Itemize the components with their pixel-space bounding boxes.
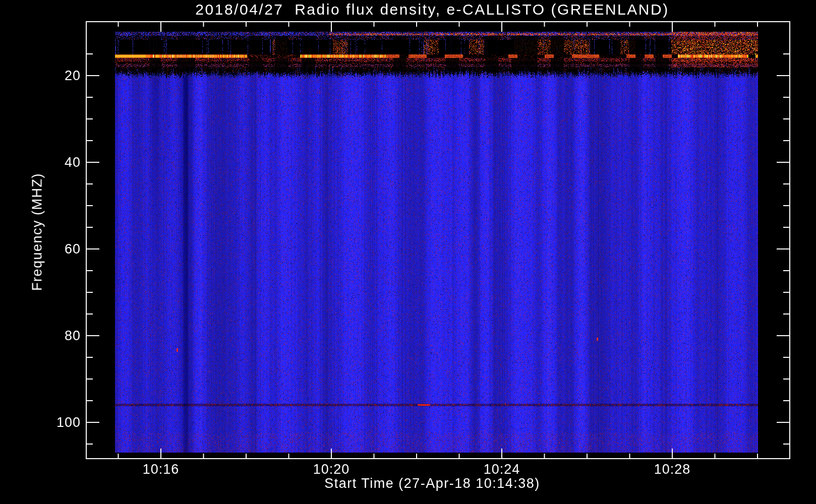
y-tick-label: 100 — [56, 415, 81, 430]
x-tick-label: 10:16 — [143, 462, 180, 477]
y-tick-label: 60 — [65, 241, 81, 257]
x-axis-label: Start Time (27-Apr-18 10:14:38) — [324, 476, 540, 491]
x-tick-label: 10:28 — [654, 462, 691, 477]
y-axis-label: Frequency (MHZ) — [30, 173, 45, 291]
spectrogram-canvas — [0, 0, 816, 504]
y-tick-label: 80 — [65, 328, 81, 344]
x-tick-label: 10:20 — [313, 462, 350, 477]
chart-title: 2018/04/27 Radio flux density, e-CALLIST… — [195, 1, 669, 18]
y-tick-label: 20 — [65, 68, 81, 84]
x-tick-label: 10:24 — [484, 462, 520, 477]
y-tick-label: 40 — [65, 155, 81, 170]
